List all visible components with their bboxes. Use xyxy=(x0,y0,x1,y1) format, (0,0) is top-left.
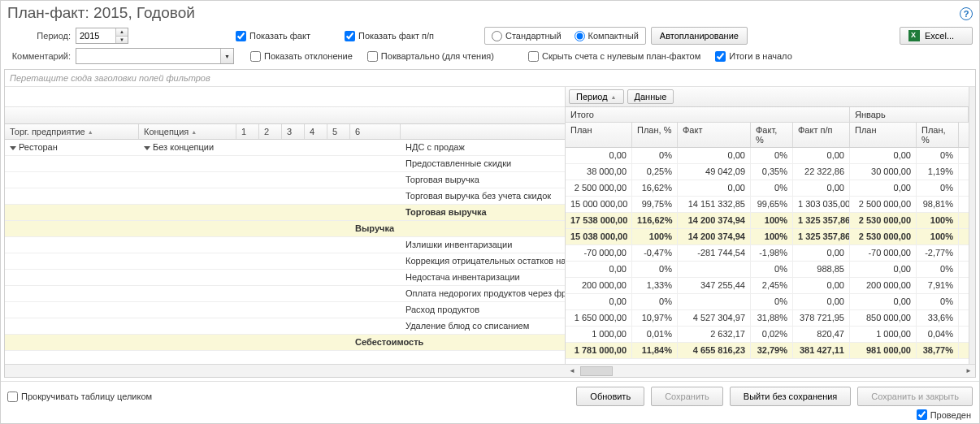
vertical-scrollbar[interactable] xyxy=(969,87,975,364)
data-cell[interactable]: 0,00 xyxy=(793,180,850,196)
table-row[interactable]: 17 538 000,00116,62%14 200 374,94100%1 3… xyxy=(566,213,969,229)
data-cell[interactable]: 0% xyxy=(751,148,793,163)
help-icon[interactable]: ? xyxy=(960,7,973,20)
horizontal-scrollbar[interactable]: ◄ ► xyxy=(5,364,975,377)
data-cell[interactable]: 4 527 304,97 xyxy=(678,310,751,326)
table-row[interactable]: -70 000,00-0,47%-281 744,54-1,98%0,00-70… xyxy=(566,245,969,262)
table-row[interactable]: Излишки инвентаризации xyxy=(5,237,565,253)
table-row[interactable]: 0,000%0,000%0,000,000% xyxy=(566,148,969,164)
col-fact-pct[interactable]: Факт, % xyxy=(751,123,793,147)
data-cell[interactable]: 38 000,00 xyxy=(566,164,632,180)
table-row[interactable]: Торговая выручка без учета скидок xyxy=(5,188,565,205)
data-cell[interactable]: 0% xyxy=(751,262,793,277)
table-row[interactable]: 1 781 000,0011,84%4 655 816,2332,79%381 … xyxy=(566,343,969,359)
period-header-button[interactable]: Период ▲ xyxy=(569,89,624,104)
data-cell[interactable]: 30 000,00 xyxy=(850,164,917,180)
data-cell[interactable] xyxy=(678,294,751,309)
table-row[interactable]: Расход продуктов xyxy=(5,302,565,318)
data-cell[interactable]: 100% xyxy=(751,229,793,244)
exit-nosave-button[interactable]: Выйти без сохранения xyxy=(730,387,852,406)
col-fact[interactable]: Факт xyxy=(678,123,751,147)
data-cell[interactable]: 0% xyxy=(917,262,959,277)
data-cell[interactable]: 0,25% xyxy=(632,164,678,180)
data-cell[interactable]: 981 000,00 xyxy=(850,343,917,358)
data-cell[interactable]: 988,85 xyxy=(793,262,850,277)
table-row[interactable]: Коррекция отрицательных остатков на скла… xyxy=(5,253,565,270)
table-row[interactable]: 1 000,000,01%2 632,170,02%820,471 000,00… xyxy=(566,327,969,343)
data-cell[interactable]: 31,88% xyxy=(751,310,793,326)
expand-icon[interactable] xyxy=(144,146,150,150)
table-row[interactable]: 0,000%0%988,850,000% xyxy=(566,262,969,278)
posted-checkbox[interactable]: Проведен xyxy=(917,409,971,420)
col-jan-plan-pct[interactable]: План, % xyxy=(917,123,959,147)
data-cell[interactable]: 2 500 000,00 xyxy=(850,197,917,212)
data-cell[interactable]: 0,00 xyxy=(850,180,917,196)
col-3[interactable]: 3 xyxy=(282,124,305,139)
table-row[interactable]: 15 038 000,00100%14 200 374,94100%1 325 … xyxy=(566,229,969,245)
col-1[interactable]: 1 xyxy=(236,124,259,139)
table-row[interactable]: Торговая выручка xyxy=(5,172,565,188)
period-input[interactable] xyxy=(76,28,115,43)
data-cell[interactable]: 16,62% xyxy=(632,180,678,196)
data-cell[interactable]: -1,98% xyxy=(751,245,793,261)
data-cell[interactable]: 99,65% xyxy=(751,197,793,212)
data-cell[interactable]: 1,19% xyxy=(917,164,959,180)
refresh-button[interactable]: Обновить xyxy=(576,387,644,406)
data-cell[interactable]: 0,00 xyxy=(793,148,850,163)
data-cell[interactable]: 99,75% xyxy=(632,197,678,212)
data-cell[interactable]: 100% xyxy=(917,229,959,244)
data-cell[interactable]: 820,47 xyxy=(793,327,850,342)
data-cell[interactable]: 2 530 000,00 xyxy=(850,213,917,228)
show-fact-checkbox[interactable]: Показать факт xyxy=(236,31,310,41)
data-cell[interactable]: 2 632,17 xyxy=(678,327,751,342)
totals-first-checkbox[interactable]: Итоги в начало xyxy=(715,51,792,62)
data-cell[interactable]: 0,35% xyxy=(751,164,793,180)
comment-input[interactable] xyxy=(76,49,220,63)
period-spinner[interactable]: ▲ ▼ xyxy=(76,28,128,44)
table-row[interactable]: Торговая выручка xyxy=(5,205,565,221)
data-cell[interactable]: 14 151 332,85 xyxy=(678,197,751,212)
data-cell[interactable]: 49 042,09 xyxy=(678,164,751,180)
filter-drop-zone[interactable]: Перетащите сюда заголовки полей фильтров xyxy=(5,70,975,87)
table-row[interactable]: 38 000,000,25%49 042,090,35%22 322,8630 … xyxy=(566,164,969,180)
table-row[interactable]: 1 650 000,0010,97%4 527 304,9731,88%378 … xyxy=(566,310,969,327)
data-cell[interactable]: -70 000,00 xyxy=(850,245,917,261)
data-cell[interactable]: -0,47% xyxy=(632,245,678,261)
quarterly-checkbox[interactable]: Поквартально (для чтения) xyxy=(367,51,494,62)
table-row[interactable]: 0,000%0%0,000,000% xyxy=(566,294,969,310)
data-cell[interactable]: 2 530 000,00 xyxy=(850,229,917,244)
data-cell[interactable]: 200 000,00 xyxy=(850,278,917,293)
data-cell[interactable]: 100% xyxy=(751,213,793,228)
data-cell[interactable]: 0% xyxy=(917,180,959,196)
col-concept[interactable]: Концепция ▲ xyxy=(139,124,236,139)
data-cell[interactable]: 1 303 035,00 xyxy=(793,197,850,212)
data-cell[interactable]: 0,02% xyxy=(751,327,793,342)
table-row[interactable]: 200 000,001,33%347 255,442,45%0,00200 00… xyxy=(566,278,969,294)
table-row[interactable]: Предоставленные скидки xyxy=(5,156,565,172)
col-2[interactable]: 2 xyxy=(259,124,282,139)
data-cell[interactable]: 1 325 357,86 xyxy=(793,229,850,244)
data-cell[interactable]: 14 200 374,94 xyxy=(678,213,751,228)
data-cell[interactable]: 0% xyxy=(751,180,793,196)
data-cell[interactable]: 1 000,00 xyxy=(850,327,917,342)
col-5[interactable]: 5 xyxy=(327,124,350,139)
chevron-down-icon[interactable]: ▼ xyxy=(220,49,233,63)
data-cell[interactable]: 11,84% xyxy=(632,343,678,358)
table-row[interactable]: РесторанБез концепцииНДС с продаж xyxy=(5,140,565,156)
data-cell[interactable]: 0,00 xyxy=(566,262,632,277)
comment-combo[interactable]: ▼ xyxy=(76,48,234,64)
data-cell[interactable]: 0,01% xyxy=(632,327,678,342)
col-4[interactable]: 4 xyxy=(305,124,327,139)
data-cell[interactable]: 378 721,95 xyxy=(793,310,850,326)
data-cell[interactable]: 7,91% xyxy=(917,278,959,293)
data-cell[interactable]: 0% xyxy=(751,294,793,309)
data-cell[interactable]: 1 000,00 xyxy=(566,327,632,342)
col-enterprise[interactable]: Торг. предприятие ▲ xyxy=(5,124,139,139)
table-row[interactable]: Себестоимость xyxy=(5,335,565,351)
data-cell[interactable]: 1 325 357,86 xyxy=(793,213,850,228)
data-cell[interactable]: 0% xyxy=(917,148,959,163)
data-cell[interactable]: 0,04% xyxy=(917,327,959,342)
enterprise-cell[interactable]: Ресторан xyxy=(5,140,139,155)
col-jan-plan[interactable]: План xyxy=(850,123,917,147)
data-cell[interactable]: 0,00 xyxy=(566,294,632,309)
